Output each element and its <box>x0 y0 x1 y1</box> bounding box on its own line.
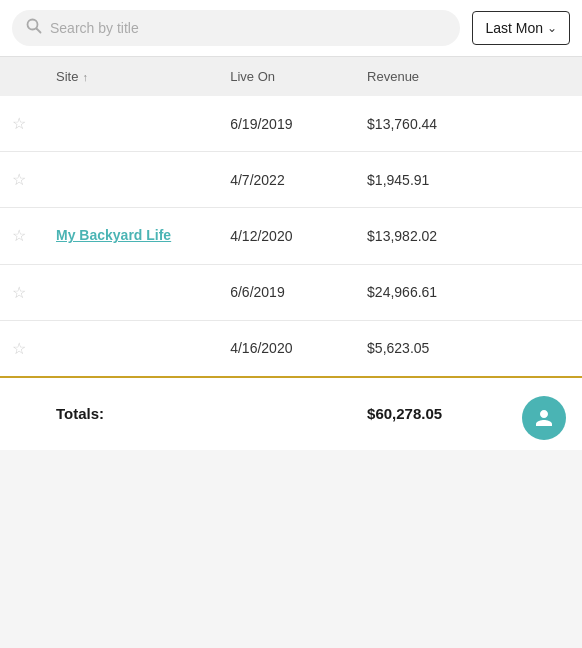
sort-asc-icon: ↑ <box>82 71 88 83</box>
sites-table: Site ↑ Live On Revenue ☆6/19/2019$13,760… <box>0 57 582 450</box>
totals-revenue-value: $60,278.05 <box>367 405 442 422</box>
table-row: ☆4/16/2020$5,623.05 <box>0 320 582 377</box>
search-icon <box>26 18 42 38</box>
dropdown-label: Last Mon <box>485 20 543 36</box>
chevron-down-icon: ⌄ <box>547 21 557 35</box>
live-on-cell: 4/7/2022 <box>214 152 351 208</box>
star-cell: ☆ <box>0 320 40 377</box>
user-avatar-button[interactable] <box>522 396 566 440</box>
totals-label: Totals: <box>56 405 104 422</box>
site-name-link[interactable]: My Backyard Life <box>56 227 171 243</box>
date-range-dropdown[interactable]: Last Mon ⌄ <box>472 11 570 45</box>
table-row: ☆6/19/2019$13,760.44 <box>0 96 582 152</box>
table-row: ☆My Backyard Life4/12/2020$13,982.02 <box>0 208 582 265</box>
revenue-cell: $13,760.44 <box>351 96 582 152</box>
person-icon <box>534 408 554 428</box>
table-row: ☆6/6/2019$24,966.61 <box>0 264 582 320</box>
star-icon[interactable]: ☆ <box>12 171 26 188</box>
revenue-cell: $24,966.61 <box>351 264 582 320</box>
site-name-cell <box>40 96 214 152</box>
star-icon[interactable]: ☆ <box>12 227 26 244</box>
revenue-cell: $5,623.05 <box>351 320 582 377</box>
star-icon[interactable]: ☆ <box>12 284 26 301</box>
svg-line-1 <box>37 29 41 33</box>
sites-table-container: Site ↑ Live On Revenue ☆6/19/2019$13,760… <box>0 57 582 450</box>
th-revenue-label: Revenue <box>367 69 419 84</box>
th-star <box>0 57 40 96</box>
live-on-cell: 4/12/2020 <box>214 208 351 265</box>
star-icon[interactable]: ☆ <box>12 115 26 132</box>
star-cell: ☆ <box>0 152 40 208</box>
site-name-cell <box>40 152 214 208</box>
live-on-cell: 6/6/2019 <box>214 264 351 320</box>
table-row: ☆4/7/2022$1,945.91 <box>0 152 582 208</box>
search-wrapper <box>12 10 460 46</box>
th-site-label: Site <box>56 69 78 84</box>
star-icon[interactable]: ☆ <box>12 340 26 357</box>
th-live-on: Live On <box>214 57 351 96</box>
th-live-on-label: Live On <box>230 69 275 84</box>
star-cell: ☆ <box>0 96 40 152</box>
site-name-cell: My Backyard Life <box>40 208 214 265</box>
totals-star-cell <box>0 377 40 450</box>
live-on-cell: 4/16/2020 <box>214 320 351 377</box>
search-input[interactable] <box>50 20 446 36</box>
revenue-cell: $13,982.02 <box>351 208 582 265</box>
totals-live-on-cell <box>214 377 351 450</box>
totals-label-cell: Totals: <box>40 377 214 450</box>
star-cell: ☆ <box>0 264 40 320</box>
th-site[interactable]: Site ↑ <box>40 57 214 96</box>
totals-revenue-cell: $60,278.05 <box>351 378 582 450</box>
live-on-cell: 6/19/2019 <box>214 96 351 152</box>
star-cell: ☆ <box>0 208 40 265</box>
totals-row: Totals: $60,278.05 <box>0 377 582 450</box>
th-revenue: Revenue <box>351 57 582 96</box>
top-bar: Last Mon ⌄ <box>0 0 582 57</box>
site-name-cell <box>40 264 214 320</box>
table-header-row: Site ↑ Live On Revenue <box>0 57 582 96</box>
revenue-cell: $1,945.91 <box>351 152 582 208</box>
site-name-cell <box>40 320 214 377</box>
